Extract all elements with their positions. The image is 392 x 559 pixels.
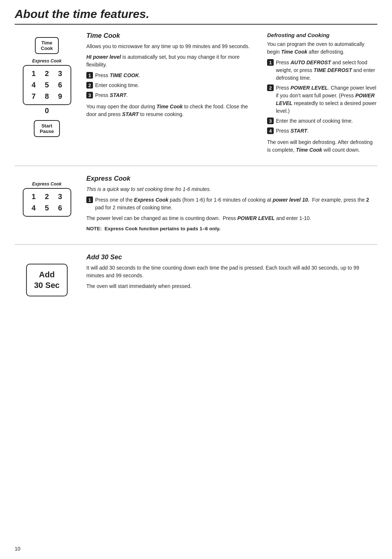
express-keypad-area: Express Cook 1 2 3 4 5 6 [15, 175, 79, 235]
express-cook-note: NOTE: Express Cook function pertains to … [86, 225, 370, 232]
exp-key-1[interactable]: 1 [27, 191, 40, 202]
time-cook-section: TimeCook Express Cook 1 2 3 4 5 6 7 8 9 … [15, 32, 377, 157]
exp-key-2[interactable]: 2 [40, 191, 54, 202]
time-cook-content: Time Cook Allows you to microwave for an… [79, 32, 260, 157]
express-cook-label: Express Cook [23, 58, 71, 64]
start-pause-button[interactable]: StartPause [34, 120, 60, 137]
time-cook-title: Time Cook [86, 32, 252, 40]
step-text-1: Press TIME COOK. [95, 72, 140, 79]
add30-section: Add30 Sec Add 30 Sec It will add 30 seco… [15, 253, 377, 299]
defrost-step-text-1: Press AUTO DEFROST and select food weigh… [276, 59, 377, 82]
key-6[interactable]: 6 [54, 79, 67, 91]
key-1[interactable]: 1 [27, 68, 40, 79]
defrost-step-num-2: 2 [267, 84, 274, 91]
time-cook-button[interactable]: TimeCook [35, 37, 59, 54]
key-5[interactable]: 5 [40, 79, 54, 91]
key-9[interactable]: 9 [54, 91, 67, 102]
add30-para1: It will add 30 seconds to the time count… [86, 264, 370, 280]
time-cook-para3: You may open the door during Time Cook t… [86, 103, 252, 118]
step-text-2: Enter cooking time. [95, 82, 139, 89]
step-1: 1 Press TIME COOK. [86, 72, 252, 79]
exp-key-3[interactable]: 3 [54, 191, 67, 202]
add30-area: Add30 Sec [15, 253, 79, 299]
defrost-para2: The oven will begin defrosting. After de… [267, 138, 377, 154]
express-step-text-1: Press one of the Express Cook pads (from… [95, 196, 370, 212]
defrost-step-num-3: 3 [267, 118, 274, 124]
express-cook-content: Express Cook This is a quick way to set … [79, 175, 377, 235]
express-cook-para2: The power level can be changed as time i… [86, 214, 370, 222]
defrost-title: Defrosting and Cooking [267, 32, 377, 38]
page-title: About the time features. [15, 7, 377, 21]
key-4[interactable]: 4 [27, 79, 40, 91]
add30-button[interactable]: Add30 Sec [26, 264, 68, 296]
key-3[interactable]: 3 [54, 68, 67, 79]
defrost-step-1: 1 Press AUTO DEFROST and select food wei… [267, 59, 377, 82]
defrost-step-2: 2 Press POWER LEVEL. Change power level … [267, 84, 377, 115]
exp-key-4[interactable]: 4 [27, 202, 40, 214]
section-divider-1 [15, 166, 377, 166]
step-num-2: 2 [86, 82, 93, 89]
time-cook-para2: HI power level is automatically set, but… [86, 53, 252, 69]
step-text-3: Press START. [95, 91, 128, 99]
express-cook-section: Express Cook 1 2 3 4 5 6 Express Cook Th… [15, 175, 377, 235]
keypad-grid: 1 2 3 4 5 6 7 8 9 [23, 65, 71, 105]
express-step-1: 1 Press one of the Express Cook pads (fr… [86, 196, 370, 212]
defrost-step-text-3: Enter the amount of cooking time. [276, 117, 353, 125]
express-step-num-1: 1 [86, 196, 93, 203]
defrost-para1: You can program the oven to automaticall… [267, 40, 377, 56]
add30-content: Add 30 Sec It will add 30 seconds to the… [79, 253, 377, 299]
key-0[interactable]: 0 [40, 105, 54, 116]
defrost-step-text-2: Press POWER LEVEL. Change power level if… [276, 84, 377, 115]
time-cook-para1: Allows you to microwave for any time up … [86, 43, 252, 50]
step-2: 2 Enter cooking time. [86, 82, 252, 89]
express-keypad-label: Express Cook [23, 181, 71, 187]
add30-para2: The oven will start immediately when pre… [86, 282, 370, 290]
defrost-step-3: 3 Enter the amount of cooking time. [267, 117, 377, 125]
defrost-col: Defrosting and Cooking You can program t… [260, 32, 377, 157]
section-divider-2 [15, 244, 377, 245]
add30-title: Add 30 Sec [86, 253, 370, 261]
step-3: 3 Press START. [86, 91, 252, 99]
express-cook-para1: This is a quick way to set cooking time … [86, 185, 370, 193]
title-divider [15, 24, 377, 25]
defrost-step-num-1: 1 [267, 59, 274, 66]
key-8[interactable]: 8 [40, 91, 54, 102]
keypad-area: TimeCook Express Cook 1 2 3 4 5 6 7 8 9 … [15, 32, 79, 157]
page-number: 10 [15, 546, 21, 552]
defrost-step-text-4: Press START. [276, 127, 309, 135]
step-num-1: 1 [86, 72, 93, 79]
key-7[interactable]: 7 [27, 91, 40, 102]
exp-key-6[interactable]: 6 [54, 202, 67, 214]
key-2[interactable]: 2 [40, 68, 54, 79]
step-num-3: 3 [86, 92, 93, 98]
express-cook-title: Express Cook [86, 175, 370, 183]
keypad-zero-row: 0 [23, 105, 71, 116]
exp-key-5[interactable]: 5 [40, 202, 54, 214]
defrost-step-4: 4 Press START. [267, 127, 377, 135]
defrost-step-num-4: 4 [267, 127, 274, 134]
express-keypad-grid: 1 2 3 4 5 6 [23, 188, 71, 217]
